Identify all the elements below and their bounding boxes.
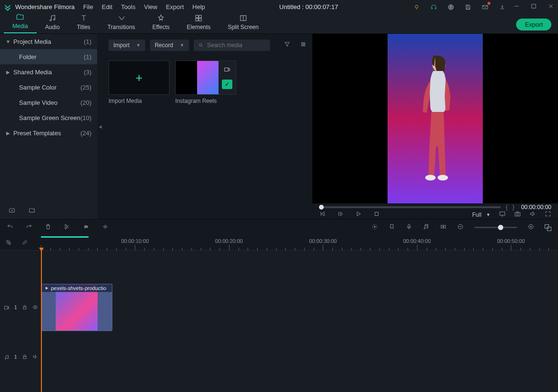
document-title: Untitled : 00:00:07:17 bbox=[205, 3, 412, 10]
zoom-slider[interactable] bbox=[474, 227, 517, 228]
folder-icon[interactable] bbox=[29, 207, 35, 216]
mark-in-icon[interactable]: { bbox=[506, 203, 508, 211]
timeline-ruler[interactable]: 00:00:10:0000:00:20:0000:00:30:0000:00:4… bbox=[41, 235, 558, 251]
lightbulb-icon[interactable] bbox=[412, 3, 421, 11]
fullscreen-icon[interactable] bbox=[545, 211, 551, 219]
undo-icon[interactable] bbox=[7, 223, 13, 232]
zoom-in-icon[interactable] bbox=[528, 223, 534, 232]
video-track-icon bbox=[4, 305, 10, 311]
new-folder-icon[interactable] bbox=[9, 207, 15, 216]
audio-track[interactable]: 1 bbox=[0, 346, 558, 369]
keyframe-icon[interactable] bbox=[440, 223, 447, 232]
filter-icon[interactable] bbox=[284, 41, 290, 50]
svg-rect-43 bbox=[9, 242, 11, 244]
search-input[interactable] bbox=[207, 42, 265, 49]
volume-icon[interactable] bbox=[529, 211, 536, 219]
grid-view-icon[interactable] bbox=[300, 41, 307, 50]
headphones-icon[interactable] bbox=[429, 3, 438, 11]
menu-tools[interactable]: Tools bbox=[121, 3, 135, 10]
audio-mixer-icon[interactable] bbox=[423, 223, 429, 232]
media-clip-card[interactable]: ✓ Instagram Reels bbox=[175, 60, 236, 104]
tab-elements[interactable]: Elements bbox=[178, 12, 219, 33]
sidebar-item-preset-templates[interactable]: ▶Preset Templates(24) bbox=[0, 125, 97, 141]
svg-rect-5 bbox=[196, 15, 198, 18]
sidebar-item-sample-video[interactable]: Sample Video(20) bbox=[0, 95, 97, 110]
mail-icon[interactable] bbox=[481, 3, 489, 11]
video-track[interactable]: 1 pexels-shvets-productio bbox=[0, 283, 558, 332]
zoom-out-icon[interactable] bbox=[457, 223, 464, 232]
tab-transitions[interactable]: Transitions bbox=[99, 12, 144, 33]
svg-rect-35 bbox=[408, 224, 410, 227]
play-icon[interactable] bbox=[355, 211, 362, 219]
svg-point-29 bbox=[65, 227, 67, 229]
menu-edit[interactable]: Edit bbox=[102, 3, 112, 10]
menu-export[interactable]: Export bbox=[166, 3, 184, 10]
sidebar-item-project-media[interactable]: ▼Project Media(1) bbox=[0, 34, 97, 49]
import-media-card[interactable]: + Import Media bbox=[109, 60, 169, 104]
play-pause-icon[interactable] bbox=[337, 211, 344, 219]
quality-dropdown[interactable]: Full▼ bbox=[472, 211, 490, 218]
marker-icon[interactable] bbox=[389, 223, 395, 232]
timeline-toolbar bbox=[0, 219, 558, 235]
timeline-options-icon[interactable] bbox=[6, 239, 11, 247]
preview-viewport[interactable] bbox=[312, 34, 558, 203]
panel-divider[interactable]: ◀ bbox=[97, 34, 103, 219]
tab-titles[interactable]: Titles bbox=[68, 12, 99, 33]
tab-media[interactable]: Media bbox=[4, 11, 37, 33]
sidebar-item-sample-green-screen[interactable]: Sample Green Screen(10) bbox=[0, 110, 97, 125]
audio-wave-icon[interactable] bbox=[102, 223, 109, 232]
export-button[interactable]: Export bbox=[516, 19, 551, 30]
record-dropdown[interactable]: Record▼ bbox=[150, 40, 189, 51]
window-maximize-icon[interactable] bbox=[530, 3, 537, 11]
window-minimize-icon[interactable] bbox=[513, 3, 520, 11]
tab-effects[interactable]: Effects bbox=[144, 12, 178, 33]
lock-icon[interactable] bbox=[22, 304, 28, 311]
app-name: Wondershare Filmora bbox=[15, 3, 75, 10]
svg-point-32 bbox=[85, 227, 86, 228]
menu-view[interactable]: View bbox=[144, 3, 157, 10]
lock-icon[interactable] bbox=[22, 354, 28, 361]
menu-file[interactable]: File bbox=[83, 3, 93, 10]
import-dropdown[interactable]: Import▼ bbox=[109, 40, 145, 51]
render-icon[interactable] bbox=[371, 223, 378, 232]
preview-panel: { } 00:00:00:00 Full▼ bbox=[312, 34, 558, 219]
account-icon[interactable] bbox=[447, 3, 455, 11]
eye-icon[interactable] bbox=[32, 304, 38, 311]
tab-audio[interactable]: Audio bbox=[37, 12, 69, 33]
zoom-fit-icon[interactable] bbox=[545, 224, 551, 231]
sidebar-item-sample-color[interactable]: Sample Color(25) bbox=[0, 80, 97, 95]
delete-icon[interactable] bbox=[45, 223, 51, 232]
svg-point-23 bbox=[438, 175, 448, 181]
timeline-clip[interactable]: pexels-shvets-productio bbox=[41, 284, 112, 331]
media-browser: Import▼ Record▼ + Import Media bbox=[103, 34, 312, 219]
search-media-box[interactable] bbox=[194, 40, 270, 51]
link-icon[interactable] bbox=[22, 239, 28, 247]
save-icon[interactable] bbox=[464, 3, 472, 11]
download-icon[interactable] bbox=[498, 3, 507, 11]
display-icon[interactable] bbox=[499, 211, 506, 219]
timeline-header: 00:00:10:0000:00:20:0000:00:30:0000:00:4… bbox=[0, 235, 558, 251]
sidebar-item-shared-media[interactable]: ▶Shared Media(3) bbox=[0, 64, 97, 80]
prev-frame-icon[interactable] bbox=[319, 211, 326, 219]
menu-help[interactable]: Help bbox=[192, 3, 205, 10]
chevron-down-icon: ▼ bbox=[180, 43, 184, 48]
sidebar-item-folder[interactable]: Folder(1) bbox=[0, 49, 97, 64]
crop-icon[interactable] bbox=[83, 223, 90, 232]
svg-point-34 bbox=[374, 226, 375, 227]
split-icon[interactable] bbox=[64, 223, 70, 232]
tab-split-screen[interactable]: Split Screen bbox=[219, 12, 267, 33]
timeline: 1 pexels-shvets-productio 1 bbox=[0, 251, 558, 392]
snapshot-icon[interactable] bbox=[514, 211, 521, 219]
track-spacer bbox=[0, 332, 558, 346]
svg-point-16 bbox=[304, 44, 305, 45]
redo-icon[interactable] bbox=[26, 223, 32, 232]
preview-scrubber[interactable] bbox=[319, 206, 501, 208]
voiceover-icon[interactable] bbox=[406, 223, 412, 232]
svg-point-27 bbox=[517, 213, 519, 215]
mute-icon[interactable] bbox=[32, 354, 38, 361]
mark-out-icon[interactable]: } bbox=[512, 203, 514, 211]
stop-icon[interactable] bbox=[373, 211, 380, 219]
window-close-icon[interactable] bbox=[548, 3, 554, 11]
svg-point-11 bbox=[301, 42, 302, 43]
playhead[interactable] bbox=[41, 251, 42, 392]
